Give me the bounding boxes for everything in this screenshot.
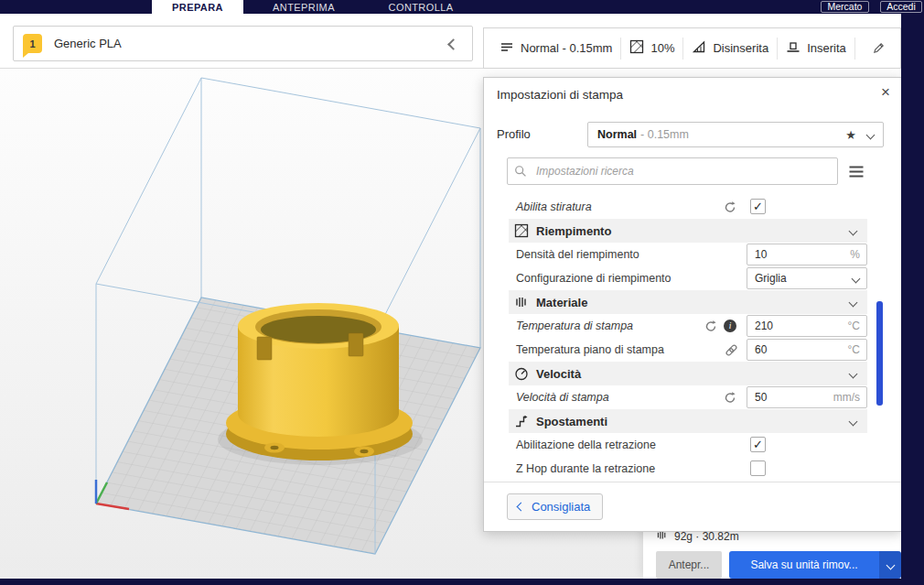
reset-value-icon[interactable]: [724, 391, 737, 405]
setting-label: Configurazione di riempimento: [516, 266, 672, 290]
setting-label: Densità del riempimento: [516, 243, 639, 266]
category-speed[interactable]: Velocità: [509, 362, 867, 385]
setting-row-retraction[interactable]: Abilitazione della retrazione ✓: [509, 433, 867, 457]
layer-height-icon: [500, 39, 514, 57]
link-icon[interactable]: [725, 343, 738, 357]
tab-preview[interactable]: ANTEPRIMA: [258, 0, 349, 14]
panel-scrollbar-thumb[interactable]: [876, 301, 883, 406]
infill-density-input[interactable]: [747, 244, 866, 265]
infill-density-field: %: [747, 244, 867, 265]
settings-list: Abilita stiratura ✓ Riempimento Densità …: [484, 195, 903, 482]
profile-dropdown-detail: - 0.15mm: [640, 128, 689, 141]
setting-row-bed-temp[interactable]: Temperatura piano di stampa °C: [509, 338, 867, 362]
reset-value-icon[interactable]: [724, 200, 737, 214]
category-label: Riempimento: [536, 224, 611, 238]
extruder-number: 1: [29, 38, 35, 49]
edit-settings-pencil-icon[interactable]: [872, 41, 886, 55]
chevron-down-icon: [849, 226, 858, 235]
travel-icon: [514, 414, 529, 428]
summary-profile-label: Normal - 0.15mm: [521, 41, 612, 55]
setting-label: Abilitazione della retrazione: [516, 433, 656, 457]
chevron-down-icon: [849, 298, 858, 307]
infill-icon: [629, 39, 644, 57]
infill-pattern-value: Griglia: [755, 272, 787, 285]
infill-pattern-dropdown[interactable]: Griglia: [747, 267, 867, 289]
extruder-badge: 1: [23, 34, 42, 53]
summary-support-label: Disinserita: [713, 41, 768, 55]
print-settings-summary-bar[interactable]: Normal - 0.15mm 10% Disinserita: [483, 27, 901, 69]
ironing-checkbox[interactable]: ✓: [750, 199, 766, 214]
recommended-mode-label: Consigliata: [532, 500, 590, 514]
category-infill[interactable]: Riempimento: [509, 219, 867, 243]
chevron-down-icon: [849, 369, 858, 378]
unit-label: °C: [848, 316, 860, 336]
summary-support[interactable]: Disinserita: [683, 39, 777, 57]
summary-profile[interactable]: Normal - 0.15mm: [491, 39, 620, 57]
summary-adhesion-label: Inserita: [807, 41, 846, 55]
unit-label: mm/s: [833, 387, 860, 407]
speed-gauge-icon: [514, 366, 529, 381]
unit-label: °C: [848, 340, 860, 360]
zhop-checkbox[interactable]: [750, 460, 766, 476]
setting-row-print-speed[interactable]: Velocità di stampa mm/s: [509, 385, 867, 409]
summary-infill-label: 10%: [650, 41, 674, 55]
print-estimate-label: 92g · 30.82m: [674, 530, 739, 543]
support-icon: [692, 39, 706, 57]
sign-in-button[interactable]: Accedi: [880, 1, 922, 13]
favorite-star-icon[interactable]: ★: [845, 128, 856, 142]
unit-label: %: [850, 244, 860, 265]
setting-row-ironing[interactable]: Abilita stiratura ✓: [509, 195, 867, 219]
preview-button[interactable]: Antepr...: [656, 551, 722, 579]
print-settings-panel: Impostazioni di stampa × Profilo Normal …: [483, 77, 902, 532]
setting-label: Temperatura piano di stampa: [516, 338, 664, 362]
chevron-down-icon: [849, 417, 858, 426]
settings-menu-icon[interactable]: [849, 165, 864, 181]
marketplace-button[interactable]: Mercato: [821, 1, 869, 13]
category-material[interactable]: Materiale: [509, 290, 867, 314]
chevron-down-icon: [852, 274, 861, 283]
top-bar: PREPARA ANTEPRIMA CONTROLLA Mercato Acce…: [0, 0, 924, 14]
summary-adhesion[interactable]: Inserita: [778, 39, 854, 57]
configuration-header: 1 Generic PLA Normal - 0.15mm 10%: [0, 14, 901, 69]
cura-app-window: PREPARA ANTEPRIMA CONTROLLA Mercato Acce…: [0, 0, 924, 585]
window-edge-bottom: [0, 579, 924, 585]
material-icon: [514, 295, 529, 309]
collapse-chevron-icon[interactable]: [449, 36, 457, 52]
settings-search-input[interactable]: [507, 157, 838, 185]
setting-row-infill-density[interactable]: Densità del riempimento %: [509, 243, 867, 266]
stage-tabs: PREPARA ANTEPRIMA CONTROLLA: [152, 0, 478, 14]
category-label: Spostamenti: [536, 415, 607, 428]
window-edge-right: [901, 0, 924, 585]
reset-value-icon[interactable]: [704, 320, 718, 333]
summary-infill[interactable]: 10%: [621, 39, 682, 57]
save-to-removable-button[interactable]: Salva su unità rimov...: [729, 551, 879, 579]
infill-icon: [514, 223, 529, 238]
computed-value-info-icon[interactable]: i: [724, 320, 736, 332]
setting-row-infill-pattern[interactable]: Configurazione di riempimento Griglia: [509, 266, 867, 290]
setting-label: Z Hop durante la retrazione: [516, 457, 655, 481]
category-label: Velocità: [536, 367, 581, 381]
tab-prepare[interactable]: PREPARA: [152, 0, 243, 14]
retraction-checkbox[interactable]: ✓: [750, 437, 766, 452]
save-options-chevron[interactable]: [879, 551, 901, 579]
setting-row-zhop[interactable]: Z Hop durante la retrazione: [509, 457, 867, 481]
profile-dropdown-value: Normal: [597, 128, 637, 141]
model-cylinder[interactable]: [218, 303, 423, 465]
setting-label: Temperatura di stampa: [516, 314, 633, 338]
chevron-left-icon: [517, 503, 526, 512]
tab-monitor[interactable]: CONTROLLA: [364, 0, 478, 14]
printer-material-selector[interactable]: 1 Generic PLA: [13, 26, 473, 61]
setting-label: Velocità di stampa: [516, 385, 609, 409]
recommended-mode-button[interactable]: Consigliata: [507, 493, 603, 520]
panel-footer: Consigliata: [484, 482, 901, 531]
chevron-down-icon: [886, 560, 895, 569]
search-icon: [514, 165, 527, 181]
panel-title: Impostazioni di stampa: [497, 88, 623, 102]
setting-row-print-temp[interactable]: Temperatura di stampa i °C: [509, 314, 867, 338]
bed-temp-field: °C: [747, 339, 867, 361]
category-travel[interactable]: Spostamenti: [509, 409, 867, 433]
print-speed-field: mm/s: [747, 386, 867, 408]
profile-dropdown[interactable]: Normal - 0.15mm ★: [587, 122, 884, 147]
close-icon[interactable]: ×: [881, 83, 890, 102]
adhesion-icon: [786, 39, 800, 57]
